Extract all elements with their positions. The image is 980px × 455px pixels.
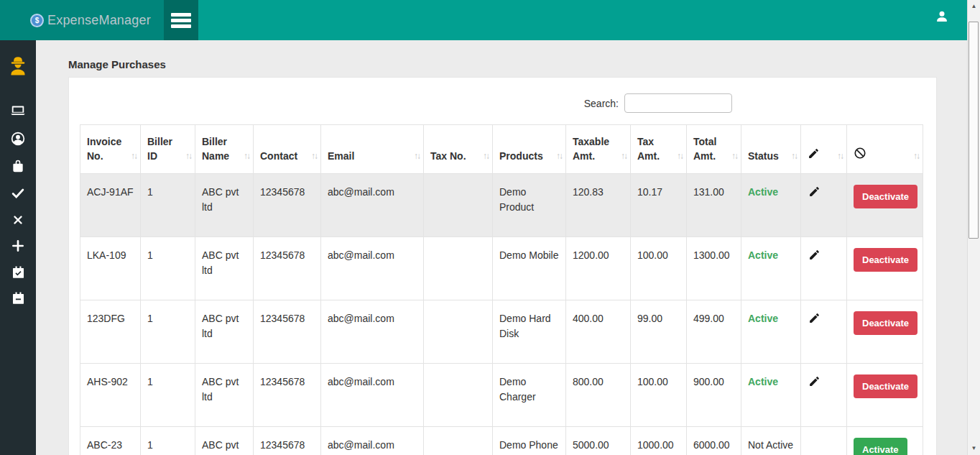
cell-tax: 1000.00 bbox=[631, 427, 687, 455]
hamburger-menu-icon bbox=[171, 13, 191, 17]
cell-status: Active bbox=[741, 300, 801, 364]
scroll-thumb[interactable] bbox=[969, 22, 979, 239]
cell-products: Demo Mobile bbox=[493, 237, 566, 300]
column-label: Tax No. bbox=[430, 150, 466, 162]
deactivate-button[interactable]: Deactivate bbox=[854, 311, 917, 335]
search-label: Search: bbox=[584, 98, 619, 109]
cell-biller_id: 1 bbox=[141, 364, 195, 427]
laptop-icon bbox=[10, 103, 26, 119]
cell-total: 6000.00 bbox=[687, 427, 741, 455]
cell-contact: 12345678 bbox=[254, 174, 321, 237]
column-label: Email bbox=[328, 150, 354, 162]
sidebar-item-purchases[interactable] bbox=[0, 159, 36, 173]
column-header-total[interactable]: Total Amt.↑↓ bbox=[687, 125, 741, 174]
cell-edit bbox=[801, 237, 847, 300]
column-header-action[interactable]: ↑↓ bbox=[847, 125, 923, 174]
column-header-edit[interactable]: ↑↓ bbox=[801, 125, 847, 174]
column-header-tax[interactable]: Tax Amt.↑↓ bbox=[631, 125, 687, 174]
status-text: Active bbox=[748, 186, 778, 198]
sidebar-item-add[interactable] bbox=[0, 239, 36, 253]
cell-email: abc@mail.com bbox=[321, 237, 424, 300]
cell-products: Demo Product bbox=[493, 174, 566, 237]
check-icon bbox=[10, 185, 26, 201]
scroll-up-arrow[interactable]: ▲ bbox=[968, 1, 980, 12]
cell-total: 1300.00 bbox=[687, 237, 741, 300]
table-row: ABC-231ABC pvt ltd12345678abc@mail.comDe… bbox=[80, 427, 923, 455]
cell-taxable: 1200.00 bbox=[566, 237, 631, 300]
table-row: AHS-9021ABC pvt ltd12345678abc@mail.comD… bbox=[80, 364, 923, 427]
column-header-taxable[interactable]: Taxable Amt.↑↓ bbox=[566, 125, 631, 174]
brand: $ ExpenseManager bbox=[0, 0, 164, 40]
purchases-table: Invoice No.↑↓Biller ID↑↓Biller Name↑↓Con… bbox=[80, 124, 923, 455]
pencil-icon bbox=[808, 379, 820, 390]
search-input[interactable] bbox=[624, 93, 732, 113]
search-bar: Search: bbox=[80, 93, 732, 114]
sidebar-item-calendar-check[interactable] bbox=[0, 265, 36, 279]
cell-biller_id: 1 bbox=[141, 237, 195, 300]
plus-icon bbox=[11, 239, 25, 253]
cell-total: 131.00 bbox=[687, 174, 741, 237]
cell-action: Activate bbox=[847, 427, 923, 455]
column-label: Status bbox=[748, 150, 779, 162]
sort-icon: ↑↓ bbox=[185, 150, 191, 163]
cell-status: Active bbox=[741, 237, 801, 300]
edit-button[interactable] bbox=[808, 311, 821, 325]
sort-icon: ↑↓ bbox=[244, 150, 249, 163]
activate-button[interactable]: Activate bbox=[854, 438, 907, 455]
cell-action: Deactivate bbox=[847, 300, 923, 364]
cell-products: Demo Hard Disk bbox=[493, 300, 566, 364]
cell-contact: 12345678 bbox=[254, 427, 321, 455]
sidebar-item-reject[interactable] bbox=[0, 213, 36, 226]
scroll-down-arrow[interactable]: ▼ bbox=[968, 443, 980, 454]
column-header-products[interactable]: Products↑↓ bbox=[493, 125, 566, 174]
hamburger-menu-button[interactable] bbox=[164, 0, 198, 40]
column-label: Total Amt. bbox=[693, 136, 716, 162]
cell-email: abc@mail.com bbox=[321, 427, 424, 455]
cell-taxable: 800.00 bbox=[566, 364, 631, 427]
cell-tax: 99.00 bbox=[631, 300, 687, 364]
sort-icon: ↑↓ bbox=[677, 150, 683, 163]
cell-tax_no bbox=[424, 300, 493, 364]
status-text: Active bbox=[748, 313, 778, 324]
cell-edit bbox=[801, 300, 847, 364]
sort-icon: ↑↓ bbox=[414, 150, 420, 163]
cell-contact: 12345678 bbox=[254, 300, 321, 364]
cell-contact: 12345678 bbox=[254, 237, 321, 300]
user-menu-button[interactable] bbox=[935, 9, 949, 24]
column-header-contact[interactable]: Contact↑↓ bbox=[254, 125, 321, 174]
column-header-tax_no[interactable]: Tax No.↑↓ bbox=[424, 125, 493, 174]
column-label: Contact bbox=[260, 150, 297, 162]
column-header-biller_name[interactable]: Biller Name↑↓ bbox=[195, 125, 254, 174]
column-header-status[interactable]: Status↑↓ bbox=[741, 125, 801, 174]
cell-edit bbox=[801, 174, 847, 237]
cell-invoice: 123DFG bbox=[80, 300, 141, 364]
cell-tax_no bbox=[424, 237, 493, 300]
pencil-icon bbox=[808, 150, 820, 162]
ban-icon bbox=[854, 150, 866, 162]
sidebar-item-laptop[interactable] bbox=[0, 103, 36, 119]
sidebar-item-user-secret[interactable] bbox=[0, 55, 36, 77]
edit-button[interactable] bbox=[808, 248, 821, 262]
cell-biller_id: 1 bbox=[141, 300, 195, 364]
cell-biller_id: 1 bbox=[141, 427, 195, 455]
column-header-invoice[interactable]: Invoice No.↑↓ bbox=[80, 125, 141, 174]
sidebar-item-user[interactable] bbox=[0, 131, 36, 147]
sidebar-item-approve[interactable] bbox=[0, 185, 36, 201]
edit-button[interactable] bbox=[808, 374, 821, 388]
shopping-bag-icon bbox=[11, 159, 25, 173]
cell-status: Active bbox=[741, 364, 801, 427]
sidebar-item-calendar-minus[interactable] bbox=[0, 291, 36, 305]
deactivate-button[interactable]: Deactivate bbox=[854, 374, 917, 398]
cell-tax_no bbox=[424, 174, 493, 237]
sort-icon: ↑↓ bbox=[131, 150, 137, 163]
cell-action: Deactivate bbox=[847, 237, 923, 300]
column-header-biller_id[interactable]: Biller ID↑↓ bbox=[141, 125, 195, 174]
edit-button[interactable] bbox=[808, 185, 821, 198]
cell-action: Deactivate bbox=[847, 174, 923, 237]
cell-status: Not Active bbox=[741, 427, 801, 455]
deactivate-button[interactable]: Deactivate bbox=[854, 248, 917, 272]
column-header-email[interactable]: Email↑↓ bbox=[321, 125, 424, 174]
cell-email: abc@mail.com bbox=[321, 174, 424, 237]
cell-biller_name: ABC pvt ltd bbox=[195, 300, 254, 364]
deactivate-button[interactable]: Deactivate bbox=[854, 185, 917, 208]
